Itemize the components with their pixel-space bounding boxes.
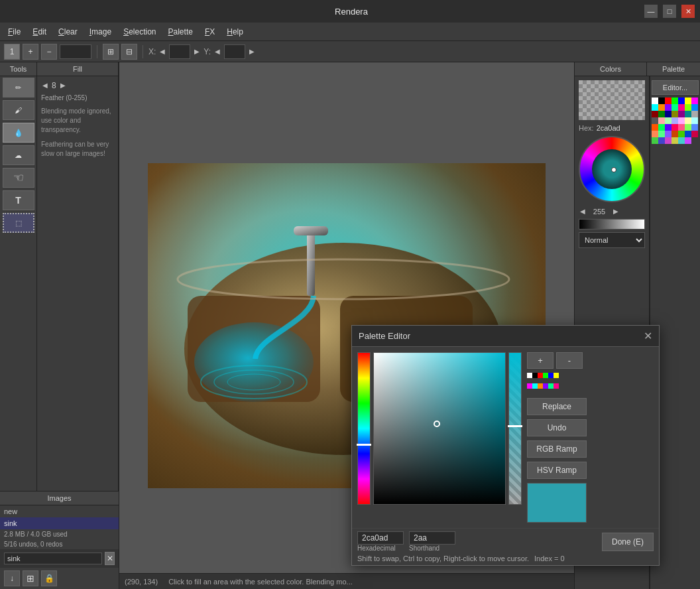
tool-hand[interactable]: ☜ xyxy=(3,168,34,188)
palette-swatch-30[interactable] xyxy=(665,124,671,131)
image-close-button[interactable]: ✕ xyxy=(105,552,115,565)
menu-file[interactable]: File xyxy=(3,25,26,38)
palette-swatch-2[interactable] xyxy=(665,98,671,104)
palette-swatch-11[interactable] xyxy=(678,104,685,111)
canvas-btn-lock[interactable]: 🔒 xyxy=(41,570,57,586)
zoom-input[interactable]: 2.0x xyxy=(60,44,91,59)
palette-swatch-0[interactable] xyxy=(652,98,658,104)
maximize-button[interactable]: □ xyxy=(663,5,676,18)
y-input[interactable]: 8 xyxy=(224,44,245,59)
pe-rgb-ramp-button[interactable]: RGB Ramp xyxy=(527,440,587,458)
palette-swatch-37[interactable] xyxy=(665,131,671,137)
feather-prev[interactable]: ◀ xyxy=(41,80,49,90)
palette-swatch-17[interactable] xyxy=(671,111,678,117)
close-button[interactable]: ✕ xyxy=(681,5,695,18)
pe-remove-button[interactable]: - xyxy=(556,352,583,369)
pe-mini-swatch-8[interactable] xyxy=(538,383,543,389)
palette-swatch-25[interactable] xyxy=(678,117,685,124)
pe-mini-swatch-2[interactable] xyxy=(538,373,543,378)
grid-btn-2[interactable]: ⊟ xyxy=(121,44,137,60)
palette-swatch-26[interactable] xyxy=(685,117,691,124)
alpha-next[interactable]: ▶ xyxy=(612,206,620,216)
palette-swatch-45[interactable] xyxy=(671,137,678,144)
alpha-prev[interactable]: ◀ xyxy=(579,206,587,216)
menu-palette[interactable]: Palette xyxy=(163,25,198,38)
pe-add-button[interactable]: + xyxy=(527,352,554,369)
menu-selection[interactable]: Selection xyxy=(118,25,161,38)
pe-mini-swatch-5[interactable] xyxy=(554,373,559,378)
y-next-button[interactable]: ▶ xyxy=(248,46,256,56)
palette-swatch-35[interactable] xyxy=(652,131,658,137)
tool-fill[interactable]: 💧 xyxy=(3,123,34,143)
menu-clear[interactable]: Clear xyxy=(53,25,83,38)
menu-help[interactable]: Help xyxy=(221,25,249,38)
palette-swatch-7[interactable] xyxy=(652,104,658,111)
palette-swatch-12[interactable] xyxy=(685,104,691,111)
tool-selection[interactable]: ⬚ xyxy=(3,213,34,233)
pe-replace-button[interactable]: Replace xyxy=(527,398,587,415)
color-wheel-container[interactable] xyxy=(579,136,645,202)
palette-swatch-28[interactable] xyxy=(652,124,658,131)
image-item-new[interactable]: new xyxy=(0,505,119,517)
canvas-btn-save[interactable]: ↓ xyxy=(4,570,20,586)
pe-mini-swatch-4[interactable] xyxy=(548,373,554,378)
palette-swatch-1[interactable] xyxy=(658,98,665,104)
image-item-sink[interactable]: sink xyxy=(0,517,119,529)
palette-swatch-40[interactable] xyxy=(685,131,691,137)
layer-1-button[interactable]: 1 xyxy=(4,44,20,60)
alpha-slider[interactable] xyxy=(579,219,645,229)
color-wheel[interactable] xyxy=(579,136,645,202)
pe-hsv-ramp-button[interactable]: HSV Ramp xyxy=(527,462,587,479)
palette-swatch-8[interactable] xyxy=(658,104,665,111)
palette-swatch-36[interactable] xyxy=(658,131,665,137)
palette-swatch-18[interactable] xyxy=(678,111,685,117)
hue-bar[interactable] xyxy=(357,352,371,505)
tool-pencil[interactable]: ✏ xyxy=(3,78,34,98)
palette-swatch-16[interactable] xyxy=(665,111,671,117)
palette-swatch-44[interactable] xyxy=(665,137,671,144)
palette-swatch-14[interactable] xyxy=(652,111,658,117)
palette-swatch-43[interactable] xyxy=(658,137,665,144)
palette-swatch-27[interactable] xyxy=(691,117,698,124)
palette-swatch-29[interactable] xyxy=(658,124,665,131)
palette-swatch-41[interactable] xyxy=(691,131,698,137)
palette-swatch-9[interactable] xyxy=(665,104,671,111)
palette-swatch-24[interactable] xyxy=(671,117,678,124)
remove-layer-button[interactable]: − xyxy=(41,44,57,60)
tool-airbrush[interactable]: ☁ xyxy=(3,145,34,165)
palette-swatch-39[interactable] xyxy=(678,131,685,137)
palette-editor-close[interactable]: ✕ xyxy=(644,330,652,342)
pe-mini-swatch-6[interactable] xyxy=(527,383,532,389)
grid-btn-1[interactable]: ⊞ xyxy=(103,44,119,60)
palette-swatch-32[interactable] xyxy=(678,124,685,131)
palette-swatch-15[interactable] xyxy=(658,111,665,117)
canvas-btn-add[interactable]: ⊞ xyxy=(23,570,38,586)
pe-mini-swatch-9[interactable] xyxy=(543,383,548,389)
x-input[interactable]: 8 xyxy=(169,44,190,59)
palette-swatch-23[interactable] xyxy=(665,117,671,124)
palette-swatch-19[interactable] xyxy=(685,111,691,117)
pe-undo-button[interactable]: Undo xyxy=(527,419,587,436)
palette-swatch-3[interactable] xyxy=(671,98,678,104)
palette-swatch-4[interactable] xyxy=(678,98,685,104)
blend-mode-dropdown[interactable]: NormalMultiplyScreenOverlay xyxy=(579,232,645,248)
minimize-button[interactable]: — xyxy=(644,5,658,18)
palette-swatch-20[interactable] xyxy=(691,111,698,117)
add-layer-button[interactable]: + xyxy=(23,44,38,60)
y-prev-button[interactable]: ◀ xyxy=(213,46,221,56)
tool-text[interactable]: T xyxy=(3,190,34,210)
pe-done-button[interactable]: Done (E) xyxy=(602,533,654,551)
palette-swatch-33[interactable] xyxy=(685,124,691,131)
pe-mini-swatch-7[interactable] xyxy=(532,383,538,389)
palette-swatch-34[interactable] xyxy=(691,124,698,131)
palette-swatch-31[interactable] xyxy=(671,124,678,131)
editor-button[interactable]: Editor... xyxy=(652,80,699,95)
tool-paint[interactable]: 🖌 xyxy=(3,100,34,120)
pe-mini-swatch-1[interactable] xyxy=(532,373,538,378)
pe-mini-swatch-11[interactable] xyxy=(554,383,559,389)
x-prev-button[interactable]: ◀ xyxy=(158,46,166,56)
palette-swatch-6[interactable] xyxy=(691,98,698,104)
pe-mini-swatch-0[interactable] xyxy=(527,373,532,378)
palette-swatch-42[interactable] xyxy=(652,137,658,144)
x-next-button[interactable]: ▶ xyxy=(193,46,201,56)
